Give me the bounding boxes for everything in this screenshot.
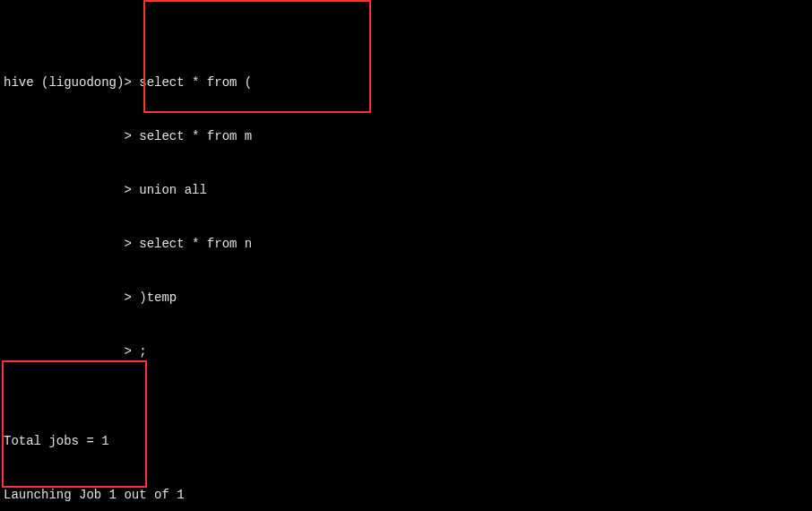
hive-continuation-line: > union all: [4, 181, 808, 199]
query-text: select * from (: [139, 75, 252, 90]
continuation-prompt: >: [4, 129, 132, 143]
query-highlight-box: [143, 0, 371, 113]
hive-prompt: hive (liguodong)>: [4, 75, 132, 90]
query-text: ;: [139, 344, 146, 359]
hive-prompt-line: hive (liguodong)> select * from (: [4, 74, 808, 91]
log-line: Launching Job 1 out of 1: [4, 486, 808, 504]
hive-continuation-line: > )temp: [4, 289, 808, 307]
continuation-prompt: >: [4, 237, 132, 251]
continuation-prompt: >: [4, 344, 132, 359]
query-text: union all: [139, 183, 207, 197]
continuation-prompt: >: [4, 290, 132, 305]
hive-continuation-line: > select * from n: [4, 235, 808, 253]
hive-continuation-line: > ;: [4, 342, 808, 360]
query-text: )temp: [139, 290, 177, 305]
hive-continuation-line: > select * from m: [4, 127, 808, 145]
continuation-prompt: >: [4, 183, 132, 197]
result-highlight-box: [2, 360, 147, 488]
query-text: select * from n: [139, 237, 252, 251]
log-line: Total jobs = 1: [4, 432, 808, 450]
terminal-output[interactable]: hive (liguodong)> select * from ( > sele…: [0, 0, 812, 511]
query-text: select * from m: [139, 129, 252, 143]
